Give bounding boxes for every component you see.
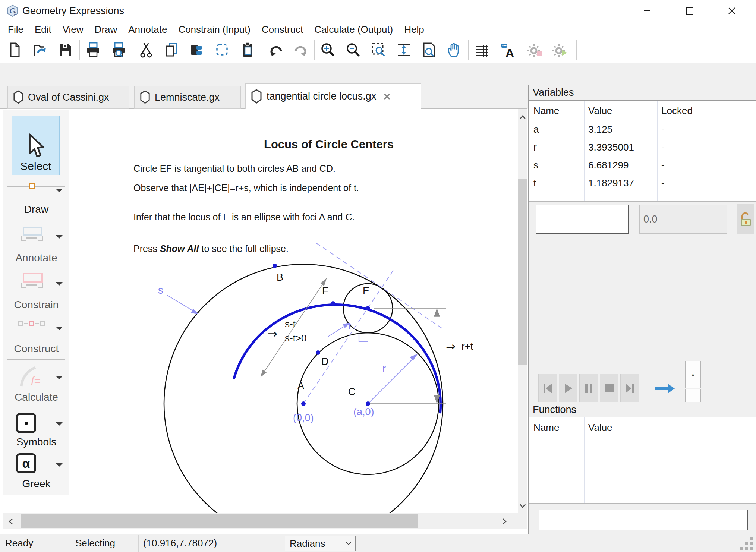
menu-calculate-output[interactable]: Calculate (Output) bbox=[309, 22, 399, 37]
toolbar-separator bbox=[262, 40, 262, 60]
text-style-button[interactable]: A bbox=[498, 41, 516, 59]
drawing-canvas[interactable]: Locus of Circle Centers Circle EF is tan… bbox=[69, 109, 518, 513]
new-file-button[interactable] bbox=[6, 41, 24, 59]
menu-edit[interactable]: Edit bbox=[29, 22, 57, 37]
redo-button[interactable] bbox=[292, 41, 310, 59]
select-tool-button[interactable]: Select bbox=[12, 116, 60, 175]
skip-to-end-button[interactable] bbox=[620, 374, 639, 403]
greek-dropdown-icon[interactable] bbox=[56, 463, 63, 467]
scroll-left-icon[interactable] bbox=[4, 514, 17, 528]
point-B[interactable] bbox=[273, 264, 277, 268]
scroll-down-icon[interactable] bbox=[518, 499, 527, 512]
grip-dot bbox=[745, 542, 748, 545]
point-E[interactable] bbox=[366, 306, 370, 310]
zoom-page-button[interactable] bbox=[420, 41, 438, 59]
point-A[interactable] bbox=[301, 401, 306, 406]
variable-value[interactable]: 1.1829137 bbox=[588, 177, 634, 189]
tab-lemniscate[interactable]: Lemniscate.gx bbox=[134, 86, 241, 109]
toolbox-separator bbox=[7, 359, 65, 360]
chevron-down-icon bbox=[346, 542, 352, 545]
skip-to-start-button[interactable] bbox=[538, 374, 557, 403]
constrain-dropdown-icon[interactable] bbox=[56, 282, 63, 286]
svg-text:f=: f= bbox=[31, 375, 41, 387]
horizontal-scroll-thumb[interactable] bbox=[21, 514, 418, 528]
tab-tangential-circle-locus[interactable]: tangential circle locus.gx bbox=[245, 83, 421, 109]
menu-annotate[interactable]: Annotate bbox=[123, 22, 173, 37]
toggle-grid-button[interactable] bbox=[473, 41, 491, 59]
play-button[interactable] bbox=[559, 374, 577, 403]
pan-button[interactable] bbox=[445, 41, 463, 59]
tab-oval-of-cassini[interactable]: Oval of Cassini.gx bbox=[7, 86, 129, 109]
output-settings-button[interactable] bbox=[552, 41, 570, 59]
variable-locked[interactable]: - bbox=[661, 177, 665, 189]
label-a0: (a,0) bbox=[353, 406, 374, 417]
scroll-right-icon[interactable] bbox=[498, 514, 511, 528]
zoom-window-button[interactable] bbox=[370, 41, 388, 59]
variable-locked[interactable]: - bbox=[661, 124, 665, 135]
paste-special-button[interactable] bbox=[213, 41, 231, 59]
variable-locked[interactable]: - bbox=[661, 160, 665, 171]
construct-dropdown-icon[interactable] bbox=[56, 327, 63, 330]
symbols-tool-group[interactable]: Symbols bbox=[3, 411, 69, 456]
print-button[interactable] bbox=[84, 41, 102, 59]
menu-constrain-input[interactable]: Constrain (Input) bbox=[173, 22, 256, 37]
cut-button[interactable] bbox=[137, 41, 155, 59]
animation-variable-input[interactable] bbox=[536, 205, 629, 234]
point-F[interactable] bbox=[331, 301, 335, 306]
save-button[interactable] bbox=[57, 41, 75, 59]
redo-icon bbox=[292, 41, 310, 59]
print-preview-button[interactable] bbox=[110, 41, 127, 59]
variable-value[interactable]: 6.681299 bbox=[588, 160, 629, 171]
calculate-dropdown-icon[interactable] bbox=[56, 376, 63, 379]
tab-close-icon[interactable] bbox=[383, 92, 391, 101]
point-D[interactable] bbox=[316, 350, 320, 355]
calculate-tool-group[interactable]: f= Calculate bbox=[3, 364, 69, 408]
cut-icon bbox=[137, 41, 155, 59]
scroll-up-icon[interactable] bbox=[518, 111, 527, 124]
minimize-icon bbox=[644, 10, 650, 11]
zoom-to-fit-button[interactable] bbox=[395, 41, 413, 59]
function-entry-input[interactable] bbox=[539, 510, 748, 530]
greek-tool-group[interactable]: α Greek bbox=[3, 450, 69, 495]
menu-file[interactable]: File bbox=[2, 22, 29, 37]
tangent-line-outer bbox=[316, 243, 444, 330]
zoom-out-button[interactable] bbox=[344, 41, 362, 59]
stop-button[interactable] bbox=[600, 374, 618, 403]
speed-up-button[interactable]: ▲ bbox=[685, 361, 701, 388]
menu-view[interactable]: View bbox=[57, 22, 89, 37]
construct-tool-group[interactable]: Construct bbox=[3, 318, 69, 360]
toolbar-separator bbox=[314, 40, 315, 60]
point-C[interactable] bbox=[366, 401, 370, 406]
constrain-icon-part bbox=[21, 283, 26, 288]
annotate-dropdown-icon[interactable] bbox=[56, 235, 63, 239]
lock-variable-button[interactable] bbox=[737, 204, 754, 234]
undo-button[interactable] bbox=[267, 41, 285, 59]
minimize-button[interactable] bbox=[634, 0, 660, 22]
open-file-button[interactable] bbox=[31, 41, 49, 59]
copy-drawing-button[interactable] bbox=[188, 41, 206, 59]
paste-button[interactable] bbox=[239, 41, 257, 59]
locus-ellipse-arc[interactable] bbox=[234, 305, 441, 412]
symbols-dropdown-icon[interactable] bbox=[56, 422, 63, 426]
constrain-tool-group[interactable]: Constrain bbox=[3, 271, 69, 315]
menu-construct[interactable]: Construct bbox=[256, 22, 309, 37]
column-divider bbox=[584, 101, 585, 201]
variable-value[interactable]: 3.3935001 bbox=[588, 142, 634, 153]
construction-lines bbox=[290, 243, 444, 404]
menu-help[interactable]: Help bbox=[399, 22, 429, 37]
variable-locked[interactable]: - bbox=[661, 142, 665, 153]
draw-tool-group[interactable]: Draw bbox=[3, 181, 69, 222]
resize-grip[interactable] bbox=[740, 537, 754, 551]
copy-button[interactable] bbox=[163, 41, 180, 59]
variable-value[interactable]: 3.125 bbox=[588, 124, 612, 135]
vertical-scroll-thumb[interactable] bbox=[518, 179, 527, 365]
maximize-button[interactable] bbox=[677, 0, 702, 22]
zoom-in-button[interactable] bbox=[319, 41, 337, 59]
menu-draw[interactable]: Draw bbox=[89, 22, 123, 37]
annotate-tool-group[interactable]: Annotate bbox=[3, 225, 69, 268]
draw-dropdown-icon[interactable] bbox=[56, 189, 63, 192]
pause-button[interactable] bbox=[579, 374, 598, 403]
angle-unit-select[interactable]: Radians bbox=[285, 536, 356, 551]
close-button[interactable] bbox=[719, 0, 744, 22]
input-settings-button[interactable] bbox=[527, 41, 545, 59]
